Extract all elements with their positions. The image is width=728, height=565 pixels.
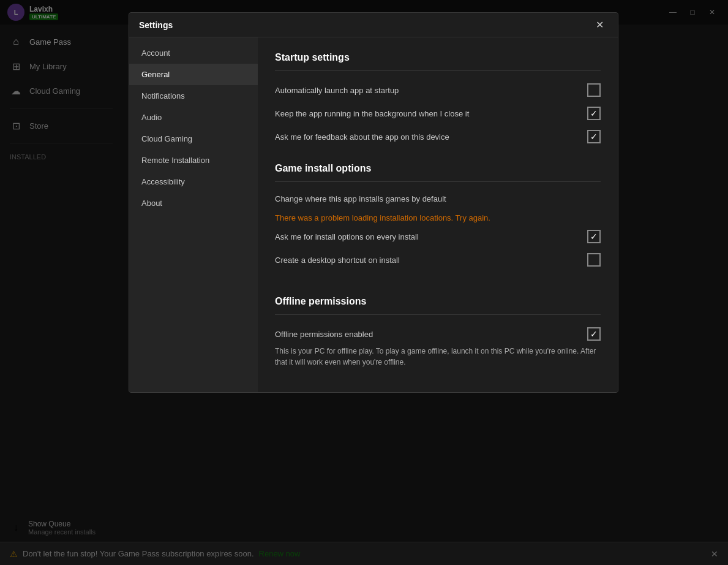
desktop-shortcut-row: Create a desktop shortcut on install xyxy=(275,253,601,267)
settings-nav-audio[interactable]: Audio xyxy=(129,107,258,128)
desktop-shortcut-label: Create a desktop shortcut on install xyxy=(275,256,587,265)
startup-divider xyxy=(275,70,601,71)
auto-launch-checkbox[interactable] xyxy=(587,83,601,97)
settings-nav-about[interactable]: About xyxy=(129,192,258,214)
settings-body: Account General Notifications Audio Clou… xyxy=(129,37,618,392)
change-location-row: Change where this app installs games by … xyxy=(275,194,601,203)
offline-divider xyxy=(275,314,601,315)
settings-title: Settings xyxy=(139,20,173,30)
ask-feedback-label: Ask me for feedback about the app on thi… xyxy=(275,132,587,142)
settings-nav-general[interactable]: General xyxy=(129,64,258,85)
change-location-label: Change where this app installs games by … xyxy=(275,194,601,203)
settings-nav-accessibility[interactable]: Accessibility xyxy=(129,171,258,192)
settings-nav: Account General Notifications Audio Clou… xyxy=(129,37,258,392)
keep-running-checkbox[interactable] xyxy=(587,107,601,120)
install-section-title: Game install options xyxy=(275,163,601,174)
install-divider xyxy=(275,181,601,182)
offline-enabled-label: Offline permissions enabled xyxy=(275,330,587,339)
settings-nav-notifications[interactable]: Notifications xyxy=(129,85,258,107)
keep-running-row: Keep the app running in the background w… xyxy=(275,107,601,120)
settings-modal: Settings ✕ Account General Notifications… xyxy=(129,12,618,393)
keep-running-label: Keep the app running in the background w… xyxy=(275,109,587,118)
offline-description: This is your PC for offline play. To pla… xyxy=(275,346,601,368)
settings-nav-remote-installation[interactable]: Remote Installation xyxy=(129,150,258,171)
settings-nav-cloud-gaming[interactable]: Cloud Gaming xyxy=(129,128,258,150)
offline-section-title: Offline permissions xyxy=(275,296,601,307)
ask-feedback-row: Ask me for feedback about the app on thi… xyxy=(275,130,601,143)
ask-install-checkbox[interactable] xyxy=(587,230,601,243)
install-error-text: There was a problem loading installation… xyxy=(275,213,601,222)
ask-feedback-checkbox[interactable] xyxy=(587,130,601,143)
settings-content: Startup settings Automatically launch ap… xyxy=(258,37,618,392)
auto-launch-label: Automatically launch app at startup xyxy=(275,86,587,95)
settings-nav-account[interactable]: Account xyxy=(129,42,258,64)
settings-close-button[interactable]: ✕ xyxy=(591,17,608,34)
ask-install-row: Ask me for install options on every inst… xyxy=(275,230,601,243)
auto-launch-row: Automatically launch app at startup xyxy=(275,83,601,97)
settings-title-bar: Settings ✕ xyxy=(129,13,618,37)
offline-enabled-row: Offline permissions enabled xyxy=(275,327,601,341)
startup-section-title: Startup settings xyxy=(275,52,601,63)
desktop-shortcut-checkbox[interactable] xyxy=(587,253,601,267)
ask-install-label: Ask me for install options on every inst… xyxy=(275,232,587,241)
offline-enabled-checkbox[interactable] xyxy=(587,327,601,341)
